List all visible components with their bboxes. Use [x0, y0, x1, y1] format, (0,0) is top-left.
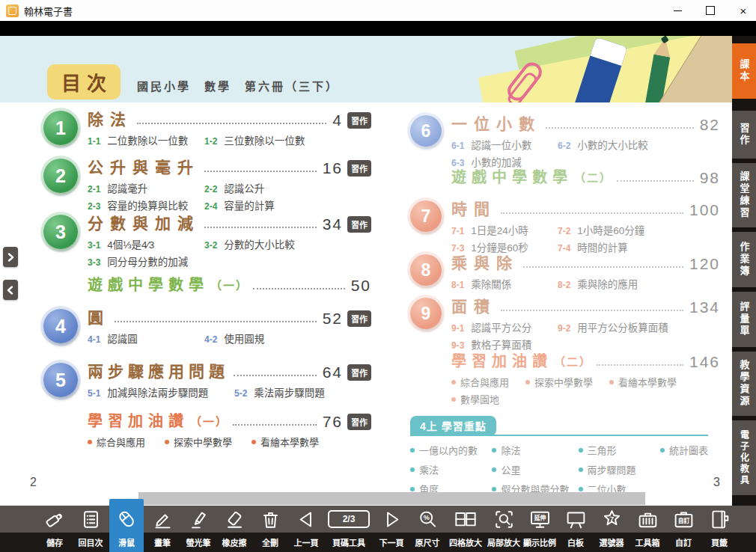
sidebar-tab-workbook[interactable]: 習作 [732, 111, 756, 159]
toc-chapter-9[interactable]: 9 面積 134 9-1認識平方公分 9-2用平方公分板算面積 9-3數格子算面… [410, 298, 720, 352]
close-button[interactable]: × [738, 5, 749, 16]
workbook-badge[interactable]: 習作 [347, 112, 371, 129]
toc-subitem[interactable]: 6-3小數的加減 [451, 154, 558, 169]
minimize-button[interactable] [672, 5, 683, 16]
workbook-badge[interactable]: 習作 [347, 160, 371, 177]
toc-boost-section-2[interactable]: 學習加油讚 （二） 146 綜合與應用 探索中學數學 看繪本學數學 數學園地 [451, 353, 720, 406]
pen-tool[interactable]: 畫筆 [145, 506, 180, 552]
toc-subitem[interactable]: 8-1乘除關係 [451, 276, 558, 291]
page-indicator-tool[interactable]: 2/3 頁碼工具 [325, 506, 373, 552]
dotted-leader [234, 375, 317, 376]
chapter-number-badge[interactable]: 5 [43, 363, 78, 397]
toc-chapter-4[interactable]: 4 圓 52 習作 4-1認識圓 4-2使用圓規 [43, 309, 371, 346]
toc-chapter-3[interactable]: 3 分數與加減 34 習作 3-14個⅓是4⁄3 3-2分數的大小比較 3-3同… [43, 215, 371, 269]
toc-subitem[interactable]: 3-2分數的大小比較 [204, 236, 371, 251]
toc-subitem[interactable]: 7-31分鐘是60秒 [451, 239, 558, 254]
sidebar-tab-class-practice[interactable]: 課堂練習 [732, 163, 756, 227]
boost-bullet[interactable]: 綜合與應用 [451, 375, 509, 389]
panel-expand-right-button[interactable] [3, 247, 18, 267]
boost-bullet[interactable]: 看繪本學數學 [609, 375, 677, 389]
region-zoom-tool[interactable]: 局部放大 [487, 506, 521, 552]
eraser-tool[interactable]: 橡皮擦 [217, 506, 252, 552]
chapter-number-badge[interactable]: 3 [43, 215, 78, 249]
toc-game-section-2[interactable]: 遊戲中學數學 （二） 98 [451, 169, 720, 186]
boost-bullet[interactable]: 看繪本學數學 [252, 435, 319, 449]
toc-subitem[interactable]: 4-1認識圓 [88, 331, 204, 346]
toc-subitem[interactable]: 8-2乘與除的應用 [558, 276, 720, 291]
highlighter-tool[interactable]: 螢光筆 [181, 506, 216, 552]
original-size-tool[interactable]: % 原尺寸 [410, 506, 445, 552]
previous-page-tool[interactable]: 上一頁 [289, 506, 323, 552]
toc-subitem[interactable]: 1-2三位數除以一位數 [204, 132, 371, 147]
next-page-icon [381, 509, 403, 530]
workbook-badge[interactable]: 習作 [347, 310, 371, 327]
page-tab-tool[interactable]: 頁籤 [702, 506, 737, 552]
toc-chapter-8[interactable]: 8 乘與除 120 8-1乘除關係 8-2乘與除的應用 [410, 254, 720, 291]
whiteboard-tool[interactable]: 白板 [558, 506, 593, 552]
sidebar-tab-assessment-sheet[interactable]: 評量單 [732, 292, 756, 347]
toc-subitem[interactable]: 6-2小數的大小比較 [558, 137, 720, 152]
section-title: 遊戲中學數學 [451, 169, 573, 186]
chapter-number-badge[interactable]: 9 [410, 298, 442, 329]
toc-boost-section-1[interactable]: 學習加油讚 （一） 76 習作 綜合與應用 探索中學數學 看繪本學數學 [88, 413, 371, 449]
toc-chapter-5[interactable]: 5 兩步驟應用問題 64 習作 5-1加減與除法兩步驟問題 5-2乘法兩步驟問題 [43, 363, 371, 399]
toc-subitem[interactable]: 9-3數格子算面積 [451, 337, 558, 352]
toc-subitem[interactable]: 2-1認識毫升 [88, 180, 204, 195]
section-page-number: 76 [323, 414, 343, 430]
toc-subitem[interactable]: 4-2使用圓規 [204, 331, 371, 346]
toc-subitem[interactable]: 7-4時間的計算 [558, 239, 720, 254]
chapter-number-badge[interactable]: 4 [43, 309, 78, 343]
boost-bullet[interactable]: 探索中學數學 [165, 435, 232, 449]
toc-subitem[interactable]: 2-4容量的計算 [204, 197, 371, 212]
toc-game-section-1[interactable]: 遊戲中學數學 （一） 50 [88, 277, 371, 294]
toc-subitem[interactable]: 2-2認識公升 [204, 180, 371, 195]
boost-bullet[interactable]: 探索中學數學 [525, 375, 593, 389]
panel-collapse-left-button[interactable] [3, 280, 18, 300]
four-panel-zoom-tool[interactable]: 四格放大 [446, 506, 485, 552]
custom-tool[interactable]: 自訂 自訂 [666, 506, 701, 552]
toc-subitem[interactable]: 7-11日是24小時 [451, 222, 558, 237]
toc-subitem[interactable]: 6-1認識一位小數 [451, 137, 558, 152]
boost-bullet[interactable]: 綜合與應用 [88, 435, 145, 449]
maximize-button[interactable] [705, 5, 716, 16]
toc-chapter-7[interactable]: 7 時間 100 7-11日是24小時 7-21小時是60分鐘 7-31分鐘是6… [410, 200, 720, 254]
chapter-title: 一位小數 [451, 115, 541, 133]
back-to-toc-tool[interactable]: 回目次 [73, 506, 108, 552]
toolbox-tool[interactable]: 工具箱 [630, 506, 665, 552]
toc-subitem[interactable]: 5-1加減與除法兩步驟問題 [88, 384, 234, 399]
sidebar-tab-digital-tools[interactable]: 電子化教具 [732, 420, 756, 495]
toc-subitem[interactable]: 7-21小時是60分鐘 [558, 222, 720, 237]
toc-chapter-2[interactable]: 2 公升與毫升 16 習作 2-1認識毫升 2-2認識公升 2-3容量的換算與比… [43, 159, 371, 212]
boost-bullet[interactable]: 數學園地 [451, 392, 720, 406]
region-zoom-icon [493, 509, 515, 530]
chapter-number-badge[interactable]: 7 [410, 200, 442, 232]
workbook-badge[interactable]: 習作 [347, 216, 371, 233]
chapter-page-number: 52 [323, 310, 343, 327]
chapter-number-badge[interactable]: 6 [410, 115, 442, 147]
chapter-number-badge[interactable]: 1 [43, 111, 78, 145]
display-scale-tool[interactable]: 延伸 顯示比例 [522, 506, 557, 552]
mouse-tool[interactable]: 滑鼠 [109, 499, 144, 552]
next-page-tool[interactable]: 下一頁 [374, 506, 409, 552]
chapter-number-badge[interactable]: 8 [410, 254, 442, 286]
sidebar-tab-teaching-resources[interactable]: 教學資源 [732, 352, 756, 416]
workbook-badge[interactable]: 習作 [347, 414, 371, 430]
toc-subitem[interactable]: 2-3容量的換算與比較 [88, 197, 204, 212]
toc-subitem[interactable]: 3-14個⅓是4⁄3 [88, 236, 204, 251]
toc-subitem[interactable]: 9-1認識平方公分 [451, 319, 558, 334]
toc-chapter-1[interactable]: 1 除法 4 習作 1-1二位數除以一位數 1-2三位數除以一位數 [43, 111, 371, 147]
horizontal-scrollbar[interactable] [138, 492, 645, 505]
delete-all-tool[interactable]: 全刪 [253, 506, 287, 552]
sidebar-tab-textbook[interactable]: 課本 [732, 43, 756, 99]
toc-subitem[interactable]: 5-2乘法兩步驟問題 [234, 384, 371, 399]
toc-subitem[interactable]: 3-3同分母分數的加減 [88, 254, 204, 269]
sidebar-tab-homework-book[interactable]: 作業簿 [732, 232, 756, 287]
chapter-number-badge[interactable]: 2 [43, 159, 78, 193]
save-tool[interactable]: 儲存 [37, 506, 72, 552]
toc-subitem[interactable]: 9-2用平方公分板算面積 [558, 319, 720, 334]
number-picker-tool[interactable]: 7 選號器 [594, 506, 629, 552]
toc-chapter-6[interactable]: 6 一位小數 82 6-1認識一位小數 6-2小數的大小比較 6-3小數的加減 [410, 115, 720, 169]
page-indicator[interactable]: 2/3 [328, 510, 370, 528]
workbook-badge[interactable]: 習作 [347, 364, 371, 381]
toc-subitem[interactable]: 1-1二位數除以一位數 [88, 132, 204, 147]
